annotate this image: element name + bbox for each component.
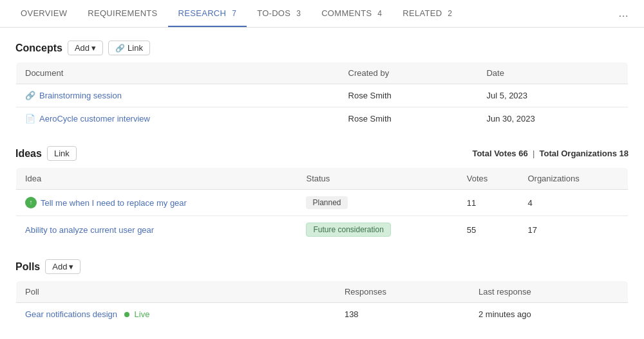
polls-col-last-response: Last response: [469, 281, 628, 303]
polls-section: Polls Add ▾ Poll Responses Last response…: [15, 259, 629, 326]
tab-bar: OVERVIEW REQUIREMENTS RESEARCH 7 TO-DOS …: [0, 0, 644, 28]
ideas-col-organizations: Organizations: [518, 168, 628, 190]
table-row: Gear notifications design Live 138 2 min…: [16, 303, 629, 326]
concepts-col-document: Document: [16, 62, 339, 84]
polls-header: Polls Add ▾: [15, 259, 629, 274]
link-icon: 🔗: [115, 44, 125, 53]
ideas-votes-cell: 11: [458, 190, 519, 216]
table-row: 📄 AeroCycle customer interview Rose Smit…: [16, 107, 629, 131]
ideas-col-votes: Votes: [458, 168, 519, 190]
main-content: Concepts Add ▾ 🔗 Link Document Created b…: [0, 28, 644, 338]
polls-last-response-cell: 2 minutes ago: [469, 303, 628, 326]
ideas-section: Ideas Link Total Votes 66 | Total Organi…: [15, 146, 629, 244]
concepts-doc-cell: 🔗 Brainstorming session: [16, 84, 339, 107]
table-row: Ability to analyze current user gear Fut…: [16, 216, 629, 244]
ideas-orgs-cell: 4: [518, 190, 628, 216]
tab-requirements[interactable]: REQUIREMENTS: [77, 1, 167, 27]
ideas-votes-cell: 55: [458, 216, 519, 244]
status-badge: Planned: [306, 196, 347, 209]
ideas-title: Ideas: [15, 148, 42, 160]
ideas-orgs-cell: 17: [518, 216, 628, 244]
ideas-idea-link[interactable]: Ability to analyze current user gear: [25, 225, 154, 235]
polls-poll-link[interactable]: Gear notifications design: [25, 309, 117, 319]
ideas-idea-cell: Ability to analyze current user gear: [16, 216, 298, 244]
polls-add-button[interactable]: Add ▾: [45, 259, 80, 274]
concepts-date-cell: Jun 30, 2023: [477, 107, 628, 131]
ideas-stats: Total Votes 66 | Total Organizations 18: [472, 149, 629, 158]
polls-table: Poll Responses Last response Gear notifi…: [15, 280, 629, 326]
ideas-idea-link[interactable]: ↑ Tell me when I need to replace my gear: [25, 197, 187, 208]
table-row: ↑ Tell me when I need to replace my gear…: [16, 190, 629, 216]
ideas-table: Idea Status Votes Organizations ↑ Tell m…: [15, 167, 629, 244]
concepts-add-button[interactable]: Add ▾: [68, 41, 103, 55]
concepts-doc-cell: 📄 AeroCycle customer interview: [16, 107, 339, 131]
concepts-link-button[interactable]: 🔗 Link: [108, 41, 150, 55]
arrow-up-icon: ↑: [25, 197, 37, 208]
concepts-doc-link[interactable]: 📄 AeroCycle customer interview: [25, 114, 150, 124]
live-label: Live: [135, 309, 150, 319]
table-row: 🔗 Brainstorming session Rose Smith Jul 5…: [16, 84, 629, 107]
polls-col-poll: Poll: [16, 281, 336, 303]
link-icon: 🔗: [25, 91, 35, 100]
concepts-col-created-by: Created by: [339, 62, 478, 84]
concepts-col-date: Date: [477, 62, 628, 84]
more-button[interactable]: …: [613, 0, 634, 27]
ideas-col-status: Status: [297, 168, 457, 190]
tab-comments[interactable]: COMMENTS 4: [311, 1, 392, 27]
ideas-status-cell: Future consideration: [297, 216, 457, 244]
concepts-section: Concepts Add ▾ 🔗 Link Document Created b…: [15, 41, 629, 131]
chevron-down-icon: ▾: [91, 43, 96, 53]
ideas-col-idea: Idea: [16, 168, 298, 190]
chevron-down-icon: ▾: [69, 262, 73, 271]
polls-col-responses: Responses: [336, 281, 469, 303]
polls-responses-cell: 138: [336, 303, 469, 326]
live-dot-icon: [124, 312, 129, 317]
status-badge: Future consideration: [306, 223, 390, 237]
ideas-header: Ideas Link Total Votes 66 | Total Organi…: [15, 146, 629, 161]
doc-icon: 📄: [25, 114, 35, 124]
ideas-link-button[interactable]: Link: [47, 146, 77, 161]
polls-title: Polls: [15, 261, 40, 273]
ideas-status-cell: Planned: [297, 190, 457, 216]
concepts-date-cell: Jul 5, 2023: [477, 84, 628, 107]
polls-poll-cell: Gear notifications design Live: [16, 303, 336, 326]
concepts-title: Concepts: [15, 42, 62, 54]
concepts-created-cell: Rose Smith: [339, 107, 478, 131]
tab-research[interactable]: RESEARCH 7: [168, 1, 247, 27]
tab-related[interactable]: RELATED 2: [392, 1, 462, 27]
concepts-doc-link[interactable]: 🔗 Brainstorming session: [25, 91, 122, 100]
tab-overview[interactable]: OVERVIEW: [10, 1, 77, 27]
concepts-created-cell: Rose Smith: [339, 84, 478, 107]
ideas-idea-cell: ↑ Tell me when I need to replace my gear: [16, 190, 298, 216]
concepts-table: Document Created by Date 🔗 Brainstorming…: [15, 62, 629, 131]
concepts-header: Concepts Add ▾ 🔗 Link: [15, 41, 629, 55]
tab-todos[interactable]: TO-DOS 3: [247, 1, 311, 27]
